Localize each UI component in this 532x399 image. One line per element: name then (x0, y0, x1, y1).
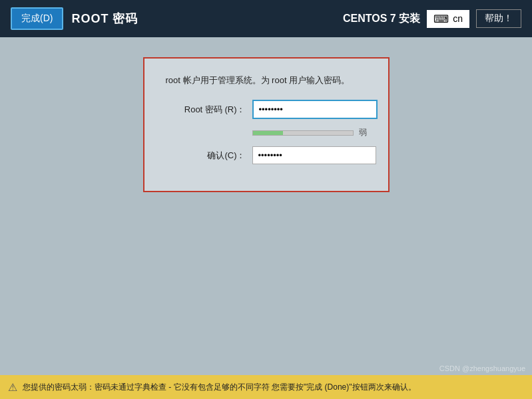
confirm-password-input[interactable] (252, 146, 376, 164)
strength-label: 弱 (359, 127, 367, 138)
main-content: root 帐户用于管理系统。为 root 用户输入密码。 Root 密码 (R)… (0, 37, 532, 375)
lang-value: cn (453, 13, 463, 24)
header-left: 完成(D) ROOT 密码 (11, 7, 138, 30)
strength-bar-container (252, 130, 354, 136)
lang-selector[interactable]: ⌨ cn (427, 10, 469, 28)
strength-row: 弱 (252, 127, 367, 138)
confirm-password-row: 确认(C)： (166, 146, 367, 164)
root-password-row: Root 密码 (R)： (166, 100, 367, 119)
form-description: root 帐户用于管理系统。为 root 用户输入密码。 (166, 74, 367, 86)
root-password-input[interactable] (252, 100, 378, 119)
root-password-label: Root 密码 (R)： (166, 104, 252, 116)
help-button[interactable]: 帮助！ (476, 9, 521, 28)
page-title: ROOT 密码 (71, 11, 138, 27)
header-right: CENTOS 7 安装 ⌨ cn 帮助！ (343, 9, 521, 28)
done-button[interactable]: 完成(D) (11, 7, 63, 30)
strength-bar-fill (253, 131, 283, 135)
confirm-password-label: 确认(C)： (166, 150, 252, 162)
install-title: CENTOS 7 安装 (343, 12, 420, 26)
warning-icon: ⚠ (8, 381, 17, 394)
keyboard-icon: ⌨ (433, 13, 449, 25)
header: 完成(D) ROOT 密码 CENTOS 7 安装 ⌨ cn 帮助！ (0, 0, 532, 37)
watermark: CSDN @zhengshuangyue (439, 364, 525, 372)
warning-text: 您提供的密码太弱：密码未通过字典检查 - 它没有包含足够的不同字符 您需要按"完… (23, 382, 416, 393)
form-card: root 帐户用于管理系统。为 root 用户输入密码。 Root 密码 (R)… (143, 57, 390, 192)
warning-bar: ⚠ 您提供的密码太弱：密码未通过字典检查 - 它没有包含足够的不同字符 您需要按… (0, 375, 532, 399)
